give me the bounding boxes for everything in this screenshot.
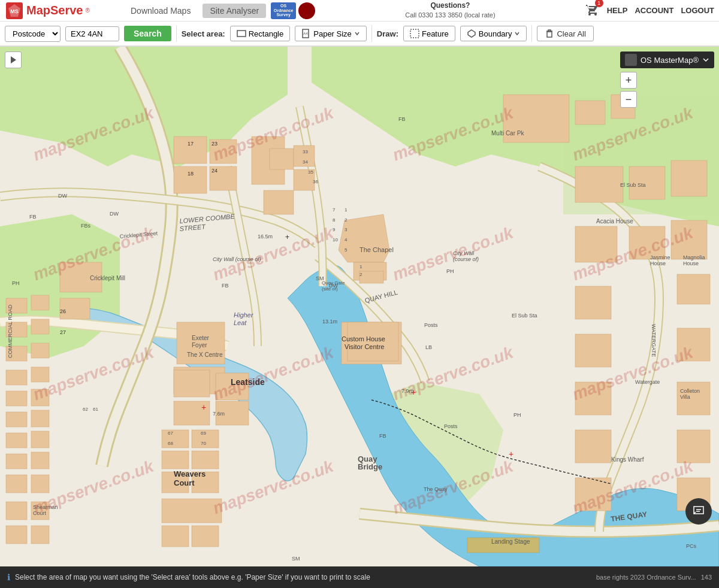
svg-rect-64 <box>162 499 222 523</box>
zoom-in-button[interactable]: + <box>620 72 637 89</box>
svg-text:FBs: FBs <box>81 223 91 229</box>
svg-text:13.1m: 13.1m <box>322 319 337 325</box>
download-maps-button[interactable]: Download Maps <box>123 4 198 18</box>
svg-text:Leat: Leat <box>234 319 247 326</box>
svg-text:Weavers: Weavers <box>174 469 206 478</box>
svg-text:FB: FB <box>398 116 406 122</box>
cart-count: 1 <box>595 0 603 7</box>
svg-rect-77 <box>677 274 710 304</box>
svg-text:26: 26 <box>60 308 66 314</box>
svg-rect-30 <box>6 475 27 493</box>
map-ref-num: 143 <box>701 574 712 581</box>
svg-text:Exeter: Exeter <box>192 335 210 341</box>
svg-text:18: 18 <box>188 171 194 177</box>
rectangle-tool-button[interactable]: Rectangle <box>230 26 291 41</box>
map-layer-selector[interactable]: OS MasterMap® <box>620 51 714 68</box>
zoom-out-button[interactable]: − <box>620 91 637 108</box>
toolbar-divider3 <box>531 25 532 42</box>
svg-text:Acacia House: Acacia House <box>596 218 633 225</box>
svg-rect-68 <box>575 101 605 125</box>
svg-rect-65 <box>162 526 189 547</box>
clear-all-button[interactable]: Clear All <box>537 26 593 41</box>
draw-label: Draw: <box>377 29 398 38</box>
postcode-select[interactable]: Postcode <box>5 26 61 42</box>
svg-text:Kings Wharf: Kings Wharf <box>611 456 644 463</box>
svg-text:DW: DW <box>58 193 67 199</box>
toolbar-divider <box>176 25 177 42</box>
svg-rect-79 <box>677 328 710 361</box>
svg-text:7: 7 <box>333 207 336 213</box>
site-analyser-button[interactable]: Site Analyser <box>203 4 266 18</box>
svg-text:PCs: PCs <box>686 543 697 549</box>
svg-text:PH: PH <box>446 268 454 274</box>
svg-text:2: 2 <box>345 217 348 223</box>
rectangle-icon <box>237 29 246 38</box>
svg-text:COMMERCIAL ROAD: COMMERCIAL ROAD <box>7 304 13 358</box>
paper-size-button[interactable]: A4 Paper Size <box>295 26 367 41</box>
play-button[interactable] <box>5 51 22 68</box>
svg-text:The Chapel: The Chapel <box>360 246 394 253</box>
svg-text:8: 8 <box>333 217 336 223</box>
svg-text:SM: SM <box>292 556 300 562</box>
postcode-input[interactable] <box>65 26 119 41</box>
svg-text:Jasmine: Jasmine <box>650 254 670 260</box>
toolbar-divider2 <box>371 25 372 42</box>
svg-text:34: 34 <box>303 159 308 165</box>
svg-text:3: 3 <box>345 227 348 232</box>
svg-text:5: 5 <box>345 247 348 253</box>
svg-text:Custom House: Custom House <box>342 335 385 343</box>
paper-size-chevron-icon <box>354 31 360 37</box>
svg-text:16.5m: 16.5m <box>258 234 273 240</box>
info-message: Select the area of map you want using th… <box>15 573 591 581</box>
feature-icon <box>410 29 419 38</box>
select-area-label: Select area: <box>182 29 225 38</box>
svg-text:DW: DW <box>110 211 119 217</box>
map-container[interactable]: + + + + 17 18 23 24 26 27 LOWER COOMBE S… <box>0 47 719 566</box>
info-icon: ℹ <box>7 572 10 582</box>
svg-text:FB: FB <box>29 214 37 220</box>
svg-text:69: 69 <box>201 431 206 436</box>
paper-size-icon: A4 <box>301 29 311 38</box>
svg-text:PH: PH <box>513 412 521 418</box>
svg-text:El Sub Sta: El Sub Sta <box>620 182 646 188</box>
svg-text:7.6m: 7.6m <box>213 411 225 417</box>
svg-rect-58 <box>162 430 189 448</box>
svg-rect-15 <box>31 295 49 310</box>
svg-text:City Wall: City Wall <box>453 250 475 256</box>
svg-text:24: 24 <box>212 168 217 174</box>
boundary-tool-button[interactable]: Boundary <box>460 26 527 41</box>
play-icon <box>8 55 18 65</box>
svg-rect-26 <box>6 433 27 448</box>
svg-text:1: 1 <box>360 264 362 269</box>
svg-text:LB: LB <box>425 344 432 350</box>
map-svg: + + + + 17 18 23 24 26 27 LOWER COOMBE S… <box>0 47 719 566</box>
logout-link[interactable]: LOGOUT <box>681 6 714 15</box>
boundary-icon <box>467 29 476 38</box>
feature-tool-button[interactable]: Feature <box>403 26 455 41</box>
cart-area[interactable]: 1 <box>585 2 600 19</box>
svg-rect-78 <box>575 334 611 367</box>
svg-text:Colleton: Colleton <box>680 388 700 394</box>
svg-rect-80 <box>575 382 611 415</box>
chat-button[interactable] <box>685 498 712 525</box>
svg-text:Leatside: Leatside <box>231 377 265 387</box>
layer-chevron-icon <box>702 56 709 63</box>
help-link[interactable]: HELP <box>607 6 628 15</box>
mapserve-logo-icon: MS <box>5 1 24 20</box>
boundary-label: Boundary <box>479 29 512 38</box>
svg-text:1: 1 <box>345 207 348 213</box>
map-controls: OS MasterMap® + − <box>620 51 714 108</box>
search-button[interactable]: Search <box>124 26 171 41</box>
svg-rect-66 <box>192 526 219 547</box>
svg-text:67: 67 <box>168 431 173 436</box>
map-layer-name: OS MasterMap® <box>641 56 699 65</box>
svg-text:Visitor Centre: Visitor Centre <box>345 343 384 350</box>
svg-rect-32 <box>6 502 27 520</box>
partner-badge2 <box>298 2 315 19</box>
svg-text:WATERGATE: WATERGATE <box>651 324 657 357</box>
account-link[interactable]: ACCOUNT <box>635 6 673 15</box>
svg-text:Multi Car Pk: Multi Car Pk <box>491 130 524 137</box>
svg-text:MS: MS <box>10 8 19 14</box>
svg-text:27: 27 <box>60 329 66 335</box>
svg-text:FB: FB <box>379 433 386 439</box>
